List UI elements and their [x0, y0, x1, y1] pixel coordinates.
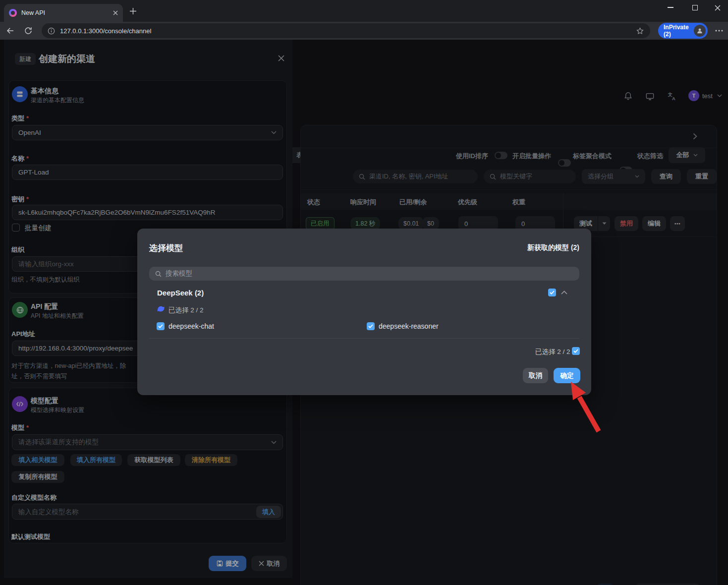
modal-cancel-button[interactable]: 取消	[523, 368, 548, 383]
model-group-name: DeepSeek (2)	[157, 289, 204, 297]
search-icon	[155, 271, 162, 277]
back-button-icon[interactable]	[6, 26, 15, 35]
select-model-modal: 选择模型 新获取的模型 (2) 搜索模型 DeepSeek (2) 已选择 2 …	[137, 229, 591, 395]
group-collapse-chevron-up-icon[interactable]	[561, 291, 567, 294]
deepseek-chat-checkbox[interactable]	[157, 322, 165, 330]
check-icon	[573, 349, 578, 353]
modal-title: 选择模型	[149, 242, 183, 254]
deepseek-reasoner-checkbox[interactable]	[367, 322, 375, 330]
check-icon	[158, 324, 163, 328]
screen: New API 127.0.0.1:3000/console/channel	[0, 0, 728, 585]
group-select-all-checkbox[interactable]	[548, 289, 556, 296]
annotation-arrow	[554, 377, 604, 436]
window-close-button[interactable]	[714, 5, 722, 11]
tab-close-icon[interactable]	[113, 10, 118, 15]
browser-toolbar: 127.0.0.1:3000/console/channel InPrivate…	[0, 22, 728, 40]
window-minimize-button[interactable]	[667, 7, 674, 8]
url-text: 127.0.0.1:3000/console/channel	[60, 27, 636, 35]
deepseek-whale-icon	[157, 305, 165, 313]
inprivate-label: InPrivate (2)	[664, 24, 694, 38]
page-info-icon[interactable]	[48, 27, 55, 35]
fetched-models-label: 新获取的模型 (2)	[527, 243, 579, 252]
url-bar[interactable]: 127.0.0.1:3000/console/channel	[42, 23, 650, 38]
tab-title: New API	[21, 9, 113, 16]
refresh-button-icon[interactable]	[24, 26, 33, 35]
newapi-favicon-icon	[9, 9, 17, 17]
new-tab-button[interactable]	[130, 8, 136, 14]
modal-divider	[149, 338, 579, 339]
check-icon	[550, 291, 555, 294]
check-icon	[368, 324, 373, 328]
footer-select-all-checkbox[interactable]	[572, 347, 580, 355]
browser-menu-icon[interactable]	[715, 28, 723, 33]
favorite-star-icon[interactable]	[636, 27, 644, 35]
browser-tab-strip: New API	[0, 0, 728, 22]
model-option-label[interactable]: deepseek-chat	[168, 322, 214, 330]
footer-selected-count: 已选择 2 / 2	[535, 348, 570, 356]
model-search-input[interactable]: 搜索模型	[149, 267, 579, 281]
group-selected-count: 已选择 2 / 2	[168, 306, 204, 315]
window-maximize-button[interactable]	[691, 5, 699, 10]
browser-tab[interactable]: New API	[4, 4, 123, 22]
inprivate-badge[interactable]: InPrivate (2)	[658, 23, 708, 39]
model-option-label[interactable]: deepseek-reasoner	[379, 322, 439, 330]
profile-avatar-icon	[694, 25, 706, 37]
